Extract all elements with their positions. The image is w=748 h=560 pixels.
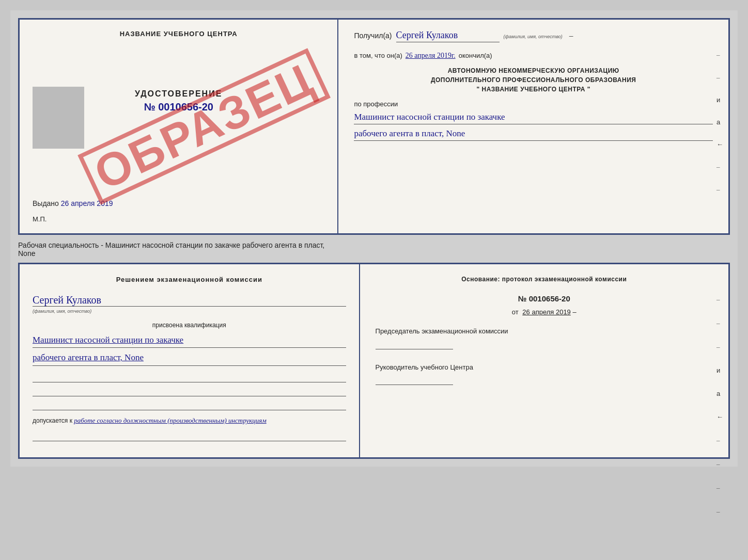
ot-label: от bbox=[512, 308, 519, 316]
po-professii-label: по профессии bbox=[354, 100, 713, 108]
vtom-line: в том, что он(а) 26 апреля 2019г. окончи… bbox=[354, 52, 713, 60]
dopuskaetsya-prefix: допускается к bbox=[33, 417, 72, 424]
i-char-bottom: и bbox=[716, 366, 723, 374]
bottom-name: Сергей Кулаков bbox=[33, 294, 346, 307]
prisvoena-text: присвоена квалификация bbox=[33, 322, 346, 329]
udostoverenie-title: УДОСТОВЕРЕНИЕ bbox=[135, 89, 222, 99]
prof-line2: рабочего агента в пласт, None bbox=[354, 126, 713, 141]
cert-top-left: НАЗВАНИЕ УЧЕБНОГО ЦЕНТРА ОБРАЗЕЦ УДОСТОВ… bbox=[20, 20, 338, 233]
mp-label: М.П. bbox=[33, 215, 46, 223]
vtom-date: 26 апреля 2019г. bbox=[406, 52, 456, 60]
dopuskaetsya-italic: работе согласно должностным (производств… bbox=[74, 417, 266, 424]
cert-title: НАЗВАНИЕ УЧЕБНОГО ЦЕНТРА bbox=[33, 30, 324, 38]
vydano-line: Выдано 26 апреля 2019 bbox=[33, 199, 113, 207]
right-dashes: – – и а ← – – bbox=[716, 51, 723, 194]
protokol-number: № 0010656-20 bbox=[376, 294, 713, 303]
i-char: и bbox=[716, 96, 723, 104]
name-hint-top: (фамилия, имя, отчество) bbox=[504, 34, 563, 39]
rukovoditel-sign-line bbox=[376, 375, 453, 385]
predsedatel-text: Председатель экзаменационной комиссии bbox=[376, 326, 713, 349]
udostoverenie-number: № 0010656-20 bbox=[144, 101, 213, 113]
obrazec-stamp: ОБРАЗЕЦ bbox=[77, 48, 331, 205]
blank-line-2 bbox=[33, 385, 346, 396]
page-wrapper: НАЗВАНИЕ УЧЕБНОГО ЦЕНТРА ОБРАЗЕЦ УДОСТОВ… bbox=[10, 10, 738, 467]
ot-date-line: от 26 апреля 2019 – bbox=[376, 308, 713, 316]
poluchil-line: Получил(а) Сергей Кулаков (фамилия, имя,… bbox=[354, 30, 713, 42]
blank-line-4 bbox=[33, 430, 346, 441]
top-certificate: НАЗВАНИЕ УЧЕБНОГО ЦЕНТРА ОБРАЗЕЦ УДОСТОВ… bbox=[18, 18, 730, 235]
rukovoditel-label: Руководитель учебного Центра bbox=[376, 362, 713, 373]
okoncil-label: окончил(а) bbox=[459, 52, 492, 59]
cert-bottom-right: Основание: протокол экзаменационной коми… bbox=[360, 264, 728, 457]
fio-hint: (фамилия, имя, отчество) bbox=[33, 309, 346, 314]
resheniem-text: Решением экзаменационной комиссии bbox=[33, 275, 346, 285]
predsedatel-sign-line bbox=[376, 339, 453, 349]
cert-bottom-left: Решением экзаменационной комиссии Сергей… bbox=[20, 264, 360, 457]
predsedatel-label: Председатель экзаменационной комиссии bbox=[376, 326, 713, 337]
poluchil-label: Получил(а) bbox=[354, 31, 392, 40]
org-block: АВТОНОМНУЮ НЕКОММЕРЧЕСКУЮ ОРГАНИЗАЦИЮ ДО… bbox=[354, 66, 713, 94]
org-line3: " НАЗВАНИЕ УЧЕБНОГО ЦЕНТРА " bbox=[354, 85, 713, 94]
org-line1: АВТОНОМНУЮ НЕКОММЕРЧЕСКУЮ ОРГАНИЗАЦИЮ bbox=[354, 66, 713, 75]
a-char-bottom: а bbox=[716, 390, 723, 397]
obrazec-text: ОБРАЗЕЦ bbox=[88, 56, 320, 197]
dopuskaetsya-text: допускается к работе согласно должностны… bbox=[33, 417, 346, 425]
cert-top-right: Получил(а) Сергей Кулаков (фамилия, имя,… bbox=[338, 20, 728, 233]
arrow-char: ← bbox=[716, 140, 723, 148]
recipient-name: Сергей Кулаков bbox=[396, 30, 500, 42]
a-char: а bbox=[716, 118, 723, 126]
qual-line2: рабочего агента в пласт, None bbox=[33, 350, 346, 366]
blank-line-1 bbox=[33, 371, 346, 382]
bottom-lines bbox=[33, 371, 346, 410]
blank-line-3 bbox=[33, 399, 346, 410]
osnovanie-text: Основание: протокол экзаменационной коми… bbox=[376, 275, 713, 284]
ot-date: 26 апреля 2019 bbox=[522, 308, 571, 316]
bottom-certificate: Решением экзаменационной комиссии Сергей… bbox=[18, 263, 730, 459]
vydano-date: 26 апреля 2019 bbox=[61, 199, 113, 207]
spec-text: Рабочая специальность - Машинист насосно… bbox=[18, 241, 730, 258]
vydano-label: Выдано bbox=[33, 199, 59, 207]
arrow-char-bottom: ← bbox=[716, 413, 723, 421]
photo-placeholder bbox=[33, 87, 84, 149]
qual-line1: Машинист насосной станции по закачке bbox=[33, 333, 346, 348]
rukovoditel-text: Руководитель учебного Центра bbox=[376, 362, 713, 386]
vtom-label: в том, что он(а) bbox=[354, 52, 402, 59]
prof-line1: Машинист насосной станции по закачке bbox=[354, 110, 713, 124]
right-dashes-bottom: – – – и а ← – – – – bbox=[716, 295, 723, 516]
org-line2: ДОПОЛНИТЕЛЬНОГО ПРОФЕССИОНАЛЬНОГО ОБРАЗО… bbox=[354, 75, 713, 85]
